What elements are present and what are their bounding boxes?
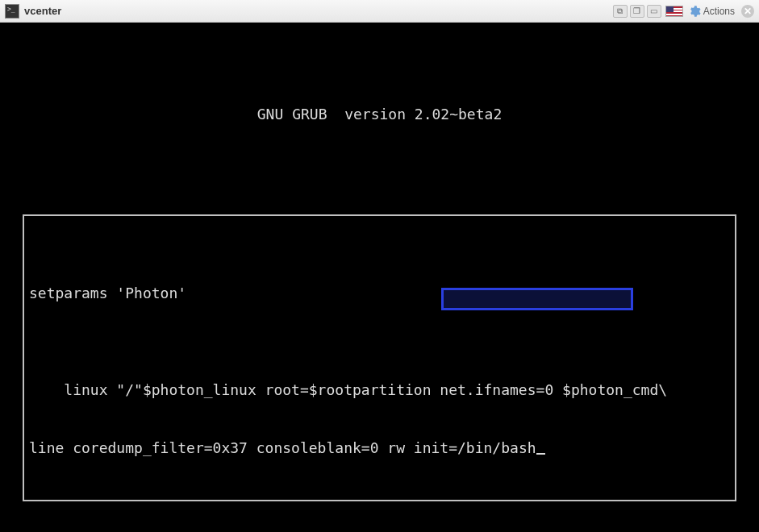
console-window-button[interactable]: ❐ bbox=[630, 5, 644, 18]
grub-line-linux-b: line coredump_filter=0x37 consoleblank=0… bbox=[29, 438, 730, 458]
gear-icon[interactable] bbox=[688, 5, 701, 18]
console-copy-button[interactable]: ⧉ bbox=[613, 5, 628, 18]
actions-menu[interactable]: Actions bbox=[703, 6, 735, 17]
grub-line-linux-a: linux "/"$photon_linux root=$rootpartiti… bbox=[29, 380, 730, 400]
window-title: vcenter bbox=[24, 5, 61, 17]
console-area[interactable]: GNU GRUB version 2.02~beta2 setparams 'P… bbox=[0, 23, 759, 532]
close-button[interactable]: ✕ bbox=[741, 5, 754, 18]
grub-line-linux-b-appended: rw init=/bin/bash bbox=[387, 439, 536, 456]
grub-line-if: if [ "$photon_initrd" ]; then bbox=[29, 497, 730, 501]
text-cursor bbox=[536, 440, 545, 455]
grub-line-linux-b-pre: line coredump_filter=0x37 consoleblank=0 bbox=[29, 439, 387, 456]
console-fullscreen-button[interactable]: ▭ bbox=[647, 5, 661, 18]
edit-highlight-box bbox=[441, 288, 633, 310]
grub-edit-box[interactable]: setparams 'Photon' linux "/"$photon_linu… bbox=[23, 214, 736, 501]
terminal-icon bbox=[5, 4, 19, 19]
grub-version-header: GNU GRUB version 2.02~beta2 bbox=[0, 105, 759, 124]
window-titlebar: vcenter ⧉ ❐ ▭ Actions ✕ bbox=[0, 0, 759, 23]
keyboard-layout-us-flag-icon[interactable] bbox=[665, 6, 683, 17]
